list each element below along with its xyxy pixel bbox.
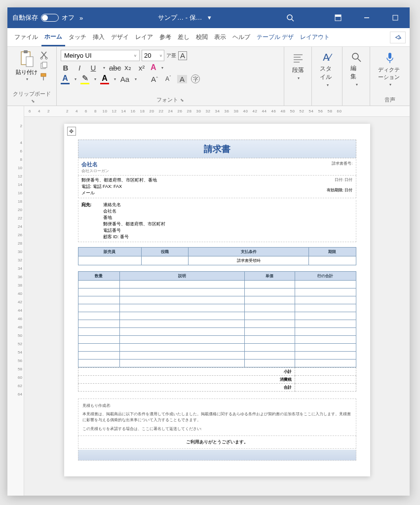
table-row[interactable]: 請求書受領時	[78, 256, 356, 265]
tab-insert[interactable]: 挿入	[90, 29, 108, 45]
svg-line-1	[292, 19, 294, 21]
text-effects-button[interactable]: A	[151, 63, 156, 72]
font-group-label: フォント	[156, 97, 178, 103]
terms-table: 販売員 役職 支払条件 期限 請求書受領時	[78, 247, 356, 265]
company-mail: メール	[81, 190, 226, 196]
paste-button[interactable]: 貼り付け ▾	[16, 50, 38, 81]
to-label: 宛先:	[78, 200, 100, 242]
chevron-down-icon: ▾	[327, 83, 329, 87]
group-paragraph: 段落 ▾ .	[284, 47, 312, 106]
to-addr2: 郵便番号、都道府県、市区町村	[103, 221, 256, 227]
document-page[interactable]: ✥ 請求書 会社名 会社スローガン 請求書番号: 郵便番号、都道府県、市区町村、…	[64, 124, 370, 476]
format-painter-icon[interactable]	[39, 72, 48, 81]
vertical-ruler[interactable]: 2468101214161820222426283032343638404244…	[7, 106, 24, 496]
underline-button[interactable]: U	[88, 64, 98, 72]
tab-references[interactable]: 参考	[156, 29, 174, 45]
tab-file[interactable]: ファイル	[11, 29, 41, 45]
styles-label: スタイル	[320, 65, 334, 81]
search-icon[interactable]	[286, 14, 294, 22]
styles-button[interactable]: A⁄ スタイル ▾	[316, 50, 338, 89]
items-table: 数量 説明 単価 行の合計	[78, 271, 356, 367]
company-info: 郵便番号、都道府県、市区町村、番地 電話: 電話 FAX: FAX メール	[78, 176, 229, 198]
table-row[interactable]	[78, 336, 356, 344]
paragraph-button[interactable]: 段落 ▾	[288, 50, 308, 82]
grow-font-button[interactable]: A^	[150, 75, 159, 83]
document-title: サンプ… - 保… ▾	[83, 13, 286, 22]
tab-table-design[interactable]: テーブル デザ	[254, 29, 297, 45]
tab-view[interactable]: 表示	[211, 29, 229, 45]
svg-line-20	[358, 59, 361, 62]
table-row[interactable]	[78, 304, 356, 312]
italic-button[interactable]: I	[75, 64, 84, 72]
dictation-button[interactable]: ディクテーション ▾	[374, 50, 406, 89]
thanks-text: ご利用ありがとうございます。	[78, 436, 356, 449]
font-color-button[interactable]: A	[100, 74, 109, 84]
char-shading-button[interactable]: A	[177, 75, 187, 83]
notes-body: 本見積書は、掲載商品に以下の条件を適用して作成いたしました。掲載価格に関するあら…	[82, 411, 352, 423]
editing-button[interactable]: 編集 ▾	[346, 50, 366, 89]
word-app-window: 自動保存 オフ » サンプ… - 保… ▾ ファイル ホーム タッチ	[7, 7, 410, 496]
copy-icon[interactable]	[39, 62, 48, 71]
tab-help[interactable]: ヘルプ	[229, 29, 253, 45]
font-name-select[interactable]: Meiryo UIv	[61, 50, 140, 61]
char-border-button[interactable]: A	[178, 51, 187, 60]
terms-value: 請求書受領時	[189, 256, 309, 265]
tab-home[interactable]: ホーム	[41, 29, 65, 46]
dialog-launcher-icon[interactable]: ⬊	[180, 98, 184, 103]
th-line-total: 行の合計	[295, 272, 356, 281]
notes-sign-line: この見積もりを承認する場合は、ここに署名して返送してください:	[82, 426, 352, 432]
table-row[interactable]	[78, 328, 356, 336]
table-row[interactable]	[78, 344, 356, 352]
table-row[interactable]	[78, 360, 356, 367]
company-phone: 電話: 電話 FAX: FAX	[81, 183, 226, 190]
title-drop-icon[interactable]: ▾	[208, 14, 211, 21]
highlight-button[interactable]: ✎	[80, 73, 89, 84]
qat-overflow[interactable]: »	[79, 14, 83, 22]
change-case-button[interactable]: Aa	[120, 75, 130, 83]
shrink-font-button[interactable]: A˅	[163, 75, 173, 82]
document-area: 2468101214161820222426283032343638404244…	[7, 106, 410, 496]
text-fill-button[interactable]: A	[61, 74, 70, 84]
tab-review[interactable]: 校閲	[193, 29, 211, 45]
autosave-toggle[interactable]: 自動保存 オフ	[12, 13, 75, 22]
paragraph-label: 段落	[292, 66, 304, 74]
table-row[interactable]	[78, 289, 356, 296]
maximize-icon[interactable]	[386, 11, 405, 25]
dialog-launcher-icon[interactable]: ⬊	[31, 99, 35, 104]
bold-button[interactable]: B	[61, 64, 71, 72]
horizontal-ruler[interactable]: 6422468101214161820222426283032343638404…	[24, 106, 410, 117]
font-size-select[interactable]: 20v	[142, 50, 164, 61]
to-company: 会社名	[103, 208, 256, 215]
subscript-button[interactable]: x₂	[123, 63, 133, 72]
title-bar: 自動保存 オフ » サンプ… - 保… ▾	[7, 7, 410, 28]
svg-rect-13	[41, 73, 46, 76]
table-row[interactable]	[78, 320, 356, 328]
tab-layout[interactable]: レイア	[132, 29, 156, 45]
superscript-button[interactable]: x²	[137, 64, 147, 72]
table-move-handle-icon[interactable]: ✥	[67, 127, 76, 136]
th-qty: 数量	[78, 272, 119, 281]
tab-design[interactable]: デザイ	[108, 29, 132, 45]
tab-touch[interactable]: タッチ	[66, 29, 89, 45]
cut-icon[interactable]	[39, 51, 48, 60]
share-button[interactable]	[390, 32, 406, 43]
table-row[interactable]	[78, 296, 356, 304]
tab-table-layout[interactable]: レイアウト	[297, 29, 333, 45]
ribbon-tabs: ファイル ホーム タッチ 挿入 デザイ レイア 参考 差し 校閲 表示 ヘルプ …	[7, 28, 410, 47]
ribbon-display-icon[interactable]	[329, 11, 347, 25]
footer-strip	[78, 450, 356, 461]
chevron-down-icon: ▾	[26, 77, 28, 81]
table-row[interactable]	[78, 312, 356, 320]
enclose-char-button[interactable]: 字	[191, 74, 200, 83]
svg-rect-7	[24, 50, 28, 53]
tab-mailings[interactable]: 差し	[175, 29, 192, 45]
table-row[interactable]	[78, 352, 356, 360]
autosave-label: 自動保存	[12, 13, 38, 22]
chevron-down-icon[interactable]: ▾	[103, 66, 105, 70]
table-row[interactable]	[78, 281, 356, 289]
strikethrough-button[interactable]: abc	[109, 64, 119, 72]
phonetic-guide-button[interactable]: ア亜	[166, 53, 176, 58]
total-label: 合計	[78, 384, 295, 392]
minimize-icon[interactable]	[357, 11, 376, 25]
invoice-title: 請求書	[78, 140, 356, 158]
